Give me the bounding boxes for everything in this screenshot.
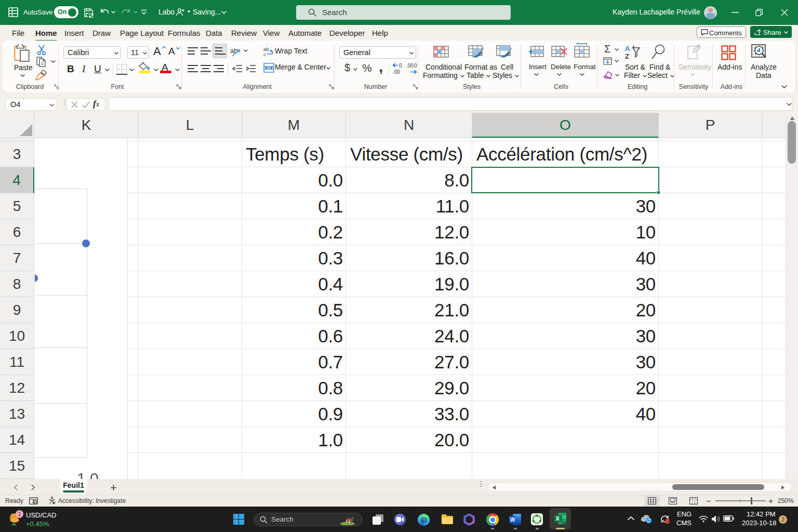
- svg-text:c: c: [263, 51, 266, 57]
- svg-text:0: 0: [414, 63, 417, 69]
- svg-text:.00: .00: [406, 63, 414, 69]
- svg-text:Z: Z: [625, 52, 629, 60]
- svg-text:ab: ab: [230, 47, 237, 55]
- svg-text:0: 0: [399, 63, 402, 69]
- svg-text:X: X: [556, 515, 560, 522]
- svg-text:A: A: [625, 45, 630, 52]
- svg-text:.00: .00: [393, 69, 400, 74]
- svg-text:W: W: [510, 517, 515, 523]
